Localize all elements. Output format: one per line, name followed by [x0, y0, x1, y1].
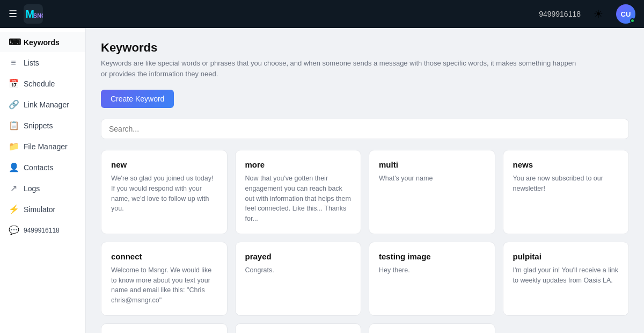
- keyword-card-title: new: [111, 160, 217, 169]
- lists-icon: ≡: [9, 58, 18, 68]
- top-navigation: ☰ M SNGR 9499916118 ☀ CU: [0, 0, 644, 28]
- account-icon: 💬: [9, 225, 18, 235]
- keyword-card-title: news: [513, 160, 619, 169]
- keyword-card[interactable]: catch Hey: [101, 323, 228, 333]
- sidebar-item-contacts[interactable]: 👤 Contacts: [0, 157, 85, 177]
- sidebar-item-logs[interactable]: ↗ Logs: [0, 178, 85, 198]
- keyword-card-title: testing image: [379, 252, 485, 261]
- keyword-card-description: Now that you've gotten their engagement …: [245, 173, 352, 224]
- sidebar-label-account: 9499916118: [24, 227, 60, 234]
- user-avatar[interactable]: CU: [616, 4, 635, 24]
- keyword-card[interactable]: news You are now subscribed to our newsl…: [503, 150, 630, 234]
- sidebar-item-account[interactable]: 💬 9499916118: [0, 220, 85, 240]
- keyword-card[interactable]: multi What's your name: [369, 150, 495, 234]
- keyword-card-description: Congrats.: [245, 265, 352, 276]
- keyword-card-description: Welcome to Msngr. We would like to know …: [111, 265, 217, 306]
- keywords-grid: new We're so glad you joined us today! I…: [101, 150, 629, 333]
- sidebar-item-snippets[interactable]: 📋 Snippets: [0, 115, 85, 135]
- sidebar-item-keywords[interactable]: ⌨ Keywords: [0, 32, 85, 52]
- sidebar-label-lists: Lists: [24, 59, 39, 67]
- sidebar-item-file-manager[interactable]: 📁 File Manager: [0, 136, 85, 156]
- sidebar-label-file-manager: File Manager: [24, 142, 68, 151]
- keyword-card[interactable]: keyword Hello! This is a test keyword!: [369, 323, 495, 333]
- theme-toggle-icon[interactable]: ☀: [594, 8, 603, 20]
- keyword-card[interactable]: new We're so glad you joined us today! I…: [101, 150, 228, 234]
- sidebar-label-simulator: Simulator: [24, 205, 55, 214]
- sidebar-item-link-manager[interactable]: 🔗 Link Manager: [0, 95, 85, 114]
- sidebar-label-schedule: Schedule: [24, 79, 55, 88]
- keyword-card-description: You are now subscribed to our newsletter…: [513, 173, 619, 194]
- keyword-card-description: Hey there.: [379, 265, 485, 276]
- main-content: Keywords Keywords are like special words…: [86, 0, 644, 333]
- search-input[interactable]: [101, 119, 629, 139]
- phone-number: 9499916118: [539, 10, 581, 18]
- snippets-icon: 📋: [9, 120, 18, 131]
- schedule-icon: 📅: [9, 78, 18, 89]
- keyword-card[interactable]: welcome Hey there: [235, 323, 362, 333]
- sidebar-label-snippets: Snippets: [24, 121, 53, 130]
- sidebar-label-contacts: Contacts: [24, 163, 53, 172]
- keyword-card-description: We're so glad you joined us today! If yo…: [111, 173, 217, 214]
- link-manager-icon: 🔗: [9, 99, 18, 110]
- sidebar-item-schedule[interactable]: 📅 Schedule: [0, 74, 85, 93]
- keywords-icon: ⌨: [9, 37, 18, 47]
- keyword-card-description: I'm glad your in! You'll receive a link …: [513, 265, 619, 286]
- keyword-card[interactable]: more Now that you've gotten their engage…: [235, 150, 362, 234]
- keyword-card-description: What's your name: [379, 173, 485, 184]
- online-indicator: [630, 18, 635, 23]
- keyword-card[interactable]: prayed Congrats.: [235, 242, 362, 316]
- logs-icon: ↗: [9, 183, 18, 193]
- contacts-icon: 👤: [9, 162, 18, 172]
- svg-text:SNGR: SNGR: [33, 12, 43, 19]
- sidebar-label-keywords: Keywords: [24, 38, 60, 47]
- sidebar-label-logs: Logs: [24, 184, 40, 193]
- keyword-card[interactable]: connect Welcome to Msngr. We would like …: [101, 242, 228, 316]
- keyword-card-title: connect: [111, 252, 217, 261]
- page-title: Keywords: [101, 41, 629, 55]
- create-keyword-button[interactable]: Create Keyword: [101, 90, 174, 108]
- sidebar-item-lists[interactable]: ≡ Lists: [0, 53, 85, 73]
- file-manager-icon: 📁: [9, 141, 18, 151]
- app-logo[interactable]: M SNGR: [24, 4, 43, 24]
- hamburger-menu[interactable]: ☰: [9, 8, 17, 20]
- simulator-icon: ⚡: [9, 204, 18, 214]
- keyword-card[interactable]: pulpitai I'm glad your in! You'll receiv…: [503, 242, 630, 316]
- page-description: Keywords are like special words or phras…: [101, 58, 584, 79]
- keyword-card-title: prayed: [245, 252, 352, 261]
- sidebar: ⌨ Keywords ≡ Lists 📅 Schedule 🔗 Link Man…: [0, 0, 86, 333]
- keyword-card-title: pulpitai: [513, 252, 619, 261]
- keyword-card-title: multi: [379, 160, 485, 169]
- keyword-card-title: more: [245, 160, 352, 169]
- sidebar-item-simulator[interactable]: ⚡ Simulator: [0, 199, 85, 219]
- sidebar-label-link-manager: Link Manager: [24, 100, 69, 109]
- keyword-card[interactable]: testing image Hey there.: [369, 242, 495, 316]
